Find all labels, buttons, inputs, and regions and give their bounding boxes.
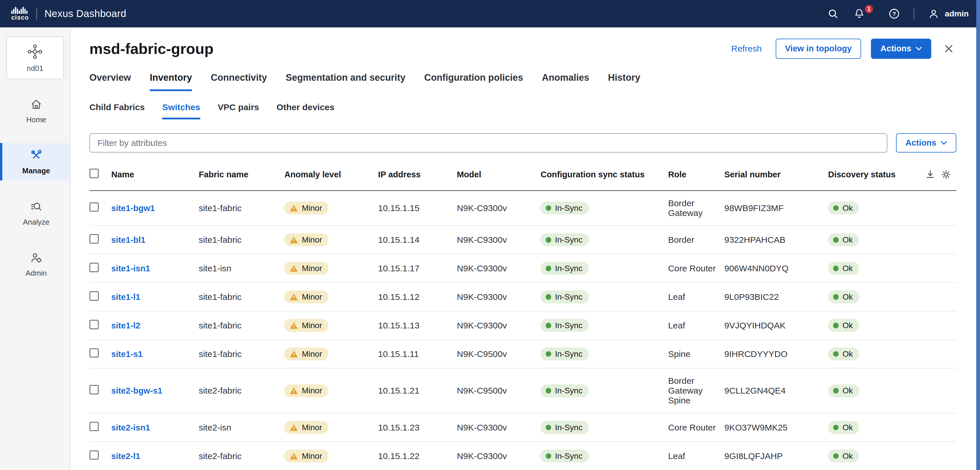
switch-name-link[interactable]: site1-l2 — [111, 321, 140, 330]
sidebar-item-admin[interactable]: Admin — [0, 245, 70, 283]
table-row: site1-l1site1-fabricMinor10.15.1.12N9K-C… — [89, 283, 956, 311]
status-dot-icon — [546, 265, 551, 271]
row-checkbox[interactable] — [89, 422, 99, 431]
sidebar-item-manage[interactable]: Manage — [0, 143, 70, 181]
warning-icon — [290, 205, 298, 212]
sidebar-item-analyze[interactable]: Analyze — [0, 194, 70, 232]
admin-icon — [30, 251, 43, 264]
vertical-scrollbar[interactable] — [976, 0, 980, 470]
cluster-selector[interactable]: nd01 — [6, 37, 64, 79]
cluster-icon — [27, 44, 43, 60]
close-button[interactable] — [941, 41, 956, 56]
row-checkbox[interactable] — [89, 320, 99, 329]
anomaly-level-badge: Minor — [284, 319, 328, 332]
column-header-discovery-status[interactable]: Discovery status — [828, 170, 896, 179]
table-row: site1-bl1site1-fabricMinor10.15.1.14N9K-… — [89, 225, 956, 254]
tab-anomalies[interactable]: Anomalies — [542, 72, 589, 91]
subtab-child-fabrics[interactable]: Child Fabrics — [89, 102, 145, 119]
table-row: site2-bgw-s1site2-fabricMinor10.15.1.21N… — [89, 368, 956, 413]
fabric-name-cell: site2-fabric — [199, 368, 285, 413]
user-menu[interactable]: admin — [927, 7, 969, 21]
row-checkbox[interactable] — [89, 385, 99, 394]
ip-address-cell: 10.15.1.12 — [378, 283, 457, 311]
tab-configuration-policies[interactable]: Configuration policies — [424, 72, 523, 91]
subtab-vpc-pairs[interactable]: VPC pairs — [218, 102, 259, 119]
tab-connectivity[interactable]: Connectivity — [211, 72, 267, 91]
search-icon[interactable] — [826, 7, 840, 21]
help-icon[interactable]: ? — [888, 7, 901, 21]
serial-number-cell: 9VJQYIHDQAK — [724, 311, 828, 340]
main-content: msd-fabric-group Refresh View in topolog… — [71, 27, 980, 470]
select-all-checkbox[interactable] — [89, 169, 99, 178]
status-dot-icon — [546, 453, 551, 459]
switch-name-link[interactable]: site2-l1 — [111, 451, 140, 461]
download-icon[interactable] — [925, 169, 935, 180]
column-header-anomaly-level[interactable]: Anomaly level — [284, 165, 378, 190]
subtab-other-devices[interactable]: Other devices — [277, 102, 334, 119]
model-cell: N9K-C9300v — [457, 225, 541, 254]
tab-segmentation-and-security[interactable]: Segmentation and security — [286, 72, 406, 91]
status-dot-icon — [833, 425, 838, 430]
row-checkbox[interactable] — [89, 202, 99, 212]
column-header-model[interactable]: Model — [457, 165, 541, 190]
discovery-status-badge: Ok — [828, 421, 859, 434]
row-checkbox[interactable] — [89, 291, 99, 300]
column-header-ip-address[interactable]: IP address — [378, 165, 457, 190]
notification-count-badge[interactable]: 1 — [864, 4, 874, 14]
tab-inventory[interactable]: Inventory — [150, 72, 192, 91]
warning-icon — [290, 387, 298, 394]
subtab-switches[interactable]: Switches — [162, 102, 200, 119]
page-actions-button[interactable]: Actions — [871, 39, 931, 59]
row-checkbox[interactable] — [89, 263, 99, 272]
switch-name-link[interactable]: site1-bgw1 — [111, 203, 155, 213]
discovery-status-badge: Ok — [828, 449, 859, 462]
column-header-config-sync-status[interactable]: Configuration sync status — [541, 165, 668, 190]
column-header-serial-number[interactable]: Serial number — [724, 165, 828, 190]
ip-address-cell: 10.15.1.15 — [378, 191, 457, 226]
status-dot-icon — [546, 237, 551, 243]
switch-name-link[interactable]: site1-bl1 — [111, 235, 146, 245]
settings-gear-icon[interactable] — [941, 169, 951, 180]
ip-address-cell: 10.15.1.17 — [378, 254, 457, 283]
column-header-fabric-name[interactable]: Fabric name — [199, 165, 285, 190]
switch-name-link[interactable]: site1-s1 — [111, 349, 143, 359]
row-checkbox[interactable] — [89, 348, 99, 357]
sidebar-item-home[interactable]: Home — [0, 92, 70, 129]
anomaly-level-badge: Minor — [284, 233, 328, 246]
table-row: site2-l1site2-fabricMinor10.15.1.22N9K-C… — [89, 442, 956, 470]
table-row: site1-isn1site1-isnMinor10.15.1.17N9K-C9… — [89, 254, 956, 283]
status-dot-icon — [546, 388, 551, 393]
table-header-row: Name Fabric name Anomaly level IP addres… — [89, 165, 956, 190]
column-header-name[interactable]: Name — [111, 165, 199, 190]
role-cell: Leaf — [668, 442, 724, 470]
sidebar-item-label: Home — [2, 115, 70, 124]
refresh-button[interactable]: Refresh — [727, 43, 765, 54]
warning-icon — [290, 322, 298, 329]
warning-icon — [290, 424, 298, 431]
tab-overview[interactable]: Overview — [89, 72, 131, 91]
role-cell: Core Router — [668, 254, 724, 283]
tab-history[interactable]: History — [608, 72, 640, 91]
ip-address-cell: 10.15.1.14 — [378, 225, 457, 254]
switch-name-link[interactable]: site2-bgw-s1 — [111, 386, 162, 395]
model-cell: N9K-C9500v — [457, 368, 541, 413]
header-actions: 1 ? admin — [826, 7, 969, 21]
model-cell: N9K-C9300v — [457, 254, 541, 283]
column-header-role[interactable]: Role — [668, 165, 724, 190]
status-dot-icon — [833, 294, 838, 300]
switch-name-link[interactable]: site1-l1 — [111, 292, 140, 302]
switch-name-link[interactable]: site1-isn1 — [111, 264, 150, 273]
notifications-bell-icon[interactable]: 1 — [853, 7, 866, 21]
filter-toolbar: Actions — [89, 133, 956, 152]
cisco-wordmark: cisco — [11, 14, 29, 21]
serial-number-cell: 9IHRCDYYYDO — [724, 340, 828, 368]
sidebar-item-label: Analyze — [2, 218, 70, 227]
table-actions-button[interactable]: Actions — [896, 133, 956, 152]
switch-name-link[interactable]: site2-isn1 — [111, 423, 150, 432]
row-checkbox[interactable] — [89, 450, 99, 460]
filter-input[interactable] — [89, 133, 888, 152]
model-cell: N9K-C9300v — [457, 283, 541, 311]
model-cell: N9K-C9300v — [457, 442, 541, 470]
view-in-topology-button[interactable]: View in topology — [776, 39, 861, 59]
row-checkbox[interactable] — [89, 234, 99, 243]
